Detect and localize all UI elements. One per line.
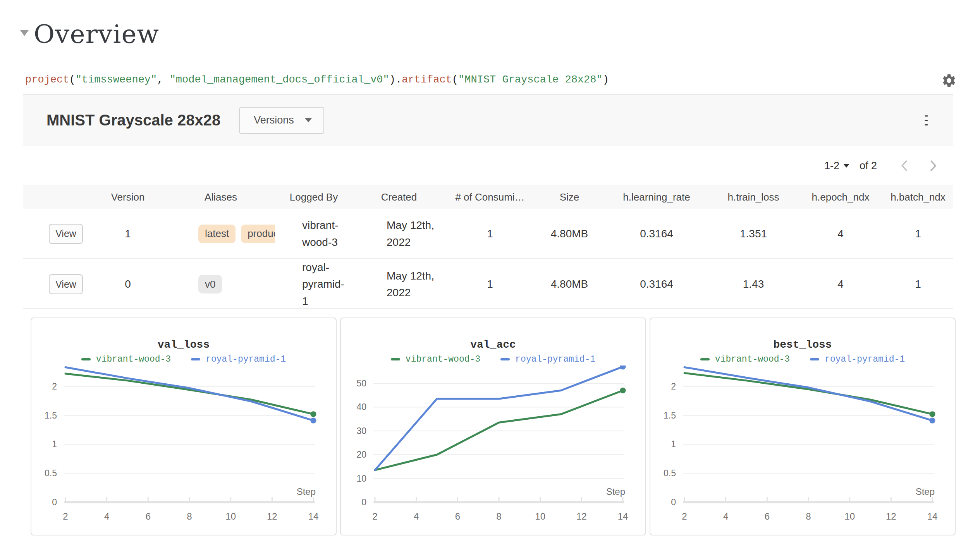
legend-label: vibrant-wood-3 — [715, 354, 790, 364]
page-range-dropdown[interactable]: 1-2 — [824, 160, 849, 172]
collapse-caret-icon[interactable] — [20, 30, 29, 36]
version-cell: 1 — [89, 228, 167, 240]
gear-icon[interactable] — [941, 73, 957, 88]
chart-title: val_loss — [31, 338, 336, 352]
svg-text:2: 2 — [671, 381, 676, 391]
legend-label: royal-pyramid-1 — [825, 354, 905, 364]
legend-item[interactable]: royal-pyramid-1 — [191, 354, 286, 364]
legend-dash-icon — [500, 358, 510, 360]
alias-tag: v0 — [198, 275, 222, 293]
created-cell: May 12th, 2022 — [352, 268, 445, 301]
legend-item[interactable]: vibrant-wood-3 — [81, 354, 171, 364]
svg-text:1: 1 — [52, 439, 57, 449]
kebab-menu-icon[interactable] — [918, 115, 934, 125]
legend-item[interactable]: royal-pyramid-1 — [500, 354, 595, 364]
versions-dropdown-button[interactable]: Versions — [239, 107, 324, 134]
batch-ndx-cell: 1 — [883, 228, 953, 240]
learning-rate-cell: 0.3164 — [604, 278, 709, 290]
logged-by-name[interactable]: royal-pyramid-1 — [302, 259, 349, 309]
code-token-str: "timssweeney" — [76, 74, 157, 86]
page-range-label: 1-2 — [824, 160, 839, 172]
batch-ndx-cell: 1 — [883, 278, 953, 290]
svg-text:Step: Step — [297, 486, 316, 497]
previous-page-icon[interactable] — [899, 159, 910, 172]
legend-label: royal-pyramid-1 — [515, 354, 595, 364]
chart-plot-val_loss[interactable]: 00.511.522468101214Step — [31, 366, 337, 535]
legend-dash-icon — [191, 358, 200, 360]
logged-by-cell: vibrant-wood-3 — [275, 217, 352, 251]
svg-text:8: 8 — [806, 511, 811, 522]
view-button[interactable]: View — [49, 224, 83, 244]
code-token-fn: artifact — [402, 74, 452, 86]
train-loss-cell: 1.351 — [709, 228, 798, 240]
svg-text:12: 12 — [886, 511, 896, 522]
chart-legend: vibrant-wood-3royal-pyramid-1 — [341, 353, 645, 366]
page-title: Overview — [34, 22, 159, 47]
page-of-label: of 2 — [860, 160, 877, 172]
size-cell: 4.80MB — [535, 278, 604, 290]
view-button[interactable]: View — [49, 274, 83, 294]
pagination: 1-2 of 2 — [824, 156, 953, 175]
legend-item[interactable]: vibrant-wood-3 — [391, 354, 480, 364]
chart-legend: vibrant-wood-3royal-pyramid-1 — [31, 353, 336, 366]
svg-text:4: 4 — [414, 511, 419, 522]
svg-text:14: 14 — [308, 511, 319, 522]
version-cell: 0 — [89, 278, 167, 290]
code-token-punct: , — [157, 74, 169, 86]
chart-plot-val_acc[interactable]: 010203040502468101214Step — [341, 366, 646, 535]
train-loss-cell: 1.43 — [709, 278, 798, 290]
svg-text:1.5: 1.5 — [664, 410, 676, 420]
created-cell: May 12th, 2022 — [352, 217, 445, 251]
svg-text:2: 2 — [63, 511, 68, 522]
chevron-down-icon — [305, 118, 312, 122]
code-token-punct: ( — [69, 74, 75, 86]
view-cell: View — [23, 224, 89, 244]
table-header-cell: # of Consumi… — [445, 191, 535, 203]
table-header-cell: Aliases — [167, 191, 275, 203]
svg-text:8: 8 — [187, 511, 192, 522]
legend-dash-icon — [81, 358, 91, 360]
next-page-icon[interactable] — [927, 159, 939, 172]
legend-label: vibrant-wood-3 — [406, 354, 480, 364]
svg-text:50: 50 — [356, 378, 366, 388]
svg-text:0.5: 0.5 — [45, 468, 57, 478]
svg-text:30: 30 — [356, 426, 366, 436]
svg-text:10: 10 — [844, 511, 855, 522]
svg-text:1: 1 — [671, 439, 676, 449]
svg-text:0.5: 0.5 — [664, 468, 676, 478]
created-date: May 12th, 2022 — [387, 268, 445, 301]
svg-text:Step: Step — [606, 486, 625, 497]
code-token-punct: ). — [389, 74, 402, 86]
artifact-card-header: MNIST Grayscale 28x28 Versions — [23, 94, 953, 146]
svg-text:6: 6 — [146, 511, 151, 522]
svg-text:6: 6 — [765, 511, 770, 522]
epoch-ndx-cell: 4 — [798, 278, 883, 290]
legend-dash-icon — [810, 358, 819, 360]
chevron-down-icon — [843, 164, 849, 168]
svg-text:14: 14 — [927, 511, 938, 522]
logged-by-name[interactable]: vibrant-wood-3 — [302, 217, 349, 251]
chart-title: best_loss — [650, 338, 955, 352]
legend-item[interactable]: vibrant-wood-3 — [700, 354, 790, 364]
table-header-cell: Version — [89, 191, 167, 203]
consumers-cell: 1 — [445, 228, 535, 240]
code-token-punct: ( — [452, 74, 458, 86]
alias-tag: latest — [198, 225, 236, 243]
weave-expression[interactable]: project("timssweeney", "model_management… — [25, 74, 934, 86]
code-token-str: "MNIST Grayscale 28x28" — [458, 74, 603, 86]
chart-panel-best_loss: best_lossvibrant-wood-3royal-pyramid-100… — [650, 317, 956, 535]
legend-item[interactable]: royal-pyramid-1 — [810, 354, 905, 364]
svg-text:10: 10 — [535, 511, 545, 522]
svg-text:20: 20 — [356, 450, 366, 460]
svg-text:2: 2 — [682, 511, 687, 522]
svg-text:4: 4 — [104, 511, 109, 522]
svg-text:10: 10 — [225, 511, 236, 522]
svg-text:Step: Step — [916, 486, 935, 497]
chart-plot-best_loss[interactable]: 00.511.522468101214Step — [650, 366, 956, 535]
table-header-cell: h.epoch_ndx — [798, 191, 883, 203]
table-header-row: VersionAliasesLogged ByCreated# of Consu… — [23, 185, 953, 209]
created-date: May 12th, 2022 — [387, 217, 445, 251]
view-cell: View — [23, 274, 89, 294]
code-token-str: "model_management_docs_official_v0" — [170, 74, 389, 86]
table-body: View1latestproductionvibrant-wood-3May 1… — [23, 209, 953, 309]
